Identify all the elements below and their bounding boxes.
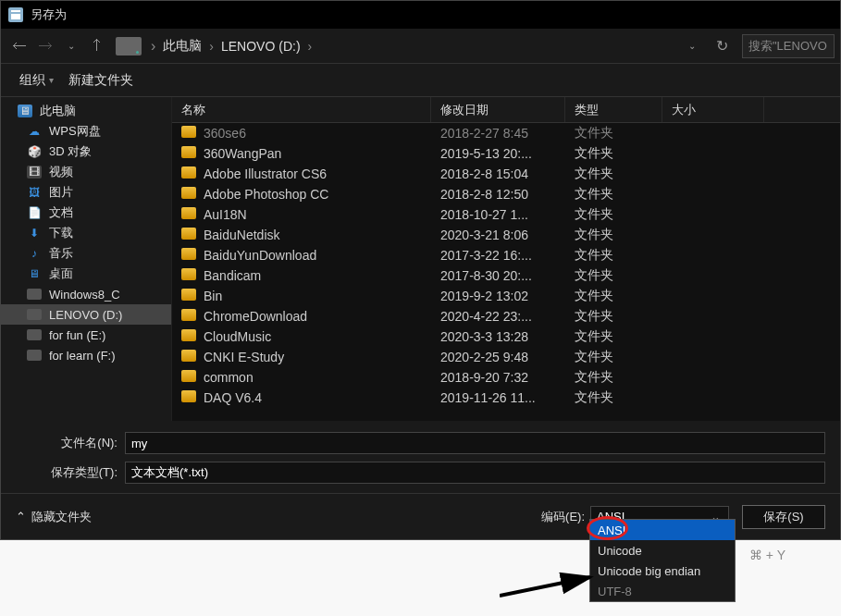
sidebar-item[interactable]: for learn (F:) bbox=[1, 345, 171, 365]
file-name: Adobe Photoshop CC bbox=[204, 187, 328, 202]
sidebar-item-label: 视频 bbox=[49, 164, 73, 180]
sidebar-item-label: for learn (F:) bbox=[49, 349, 116, 363]
sidebar-item-label: LENOVO (D:) bbox=[49, 308, 122, 322]
pic-icon: 🖼 bbox=[27, 186, 42, 199]
chevron-right-icon: › bbox=[304, 39, 316, 54]
file-type: 文件夹 bbox=[565, 389, 662, 406]
file-name: common bbox=[204, 370, 254, 385]
sidebar-item[interactable]: 🎞视频 bbox=[1, 162, 171, 182]
file-name: 360WangPan bbox=[204, 146, 281, 161]
encoding-option[interactable]: Unicode big endian bbox=[590, 561, 735, 581]
sidebar-item[interactable]: 🖥此电脑 bbox=[1, 101, 171, 121]
breadcrumb[interactable]: 此电脑›LENOVO (D:)› bbox=[159, 38, 315, 55]
col-date[interactable]: 修改日期 bbox=[431, 97, 565, 122]
back-button[interactable]: 🡐 bbox=[6, 33, 32, 59]
shortcut-hint: ⌘ + Y bbox=[749, 548, 785, 562]
table-row[interactable]: Adobe Photoshop CC2018-2-8 12:50文件夹 bbox=[172, 184, 840, 204]
table-row[interactable]: Bin2019-9-2 13:02文件夹 bbox=[172, 286, 840, 306]
file-date: 2019-9-2 13:02 bbox=[431, 289, 565, 303]
filetype-label: 保存类型(T): bbox=[16, 464, 117, 481]
drive-icon bbox=[27, 309, 42, 320]
file-type: 文件夹 bbox=[565, 125, 662, 142]
file-date: 2017-3-22 16:... bbox=[431, 248, 565, 263]
sidebar-item[interactable]: for fun (E:) bbox=[1, 325, 171, 345]
file-type: 文件夹 bbox=[565, 267, 662, 284]
folder-icon bbox=[181, 126, 196, 138]
up-button[interactable]: 🡑 bbox=[84, 33, 110, 59]
table-row[interactable]: ChromeDownload2020-4-22 23:...文件夹 bbox=[172, 306, 840, 326]
file-type: 文件夹 bbox=[565, 349, 662, 365]
doc-icon: 📄 bbox=[27, 206, 42, 219]
file-name: Bandicam bbox=[204, 268, 261, 283]
folder-icon bbox=[181, 309, 196, 321]
folder-icon bbox=[181, 268, 196, 280]
sidebar-item[interactable]: 📄文档 bbox=[1, 203, 171, 223]
new-folder-button[interactable]: 新建文件夹 bbox=[61, 68, 141, 92]
sidebar-item-label: 下载 bbox=[49, 225, 73, 241]
file-name: AuI18N bbox=[204, 207, 247, 222]
sidebar-item[interactable]: ☁WPS网盘 bbox=[1, 121, 171, 142]
drive-icon bbox=[27, 350, 42, 361]
folder-icon bbox=[181, 187, 196, 199]
nav-row: 🡐 🡒 ⌄ 🡑 › 此电脑›LENOVO (D:)› ⌄ ↻ 搜索"LENOVO bbox=[1, 29, 840, 64]
organize-button[interactable]: 组织▾ bbox=[12, 68, 61, 92]
file-name: BaiduYunDownload bbox=[204, 248, 316, 263]
sidebar-item[interactable]: ⬇下载 bbox=[1, 223, 171, 243]
table-row[interactable]: 360se62018-2-27 8:45文件夹 bbox=[172, 123, 840, 143]
filename-field[interactable]: my bbox=[125, 432, 825, 454]
sidebar-item[interactable]: LENOVO (D:) bbox=[1, 304, 171, 325]
drive-icon bbox=[27, 289, 42, 300]
search-input[interactable]: 搜索"LENOVO bbox=[742, 34, 835, 58]
sidebar[interactable]: 🖥此电脑☁WPS网盘🎲3D 对象🎞视频🖼图片📄文档⬇下载♪音乐🖥桌面Window… bbox=[1, 97, 172, 421]
col-size[interactable]: 大小 bbox=[662, 97, 764, 122]
save-button[interactable]: 保存(S) bbox=[742, 505, 825, 529]
sidebar-item-label: 3D 对象 bbox=[49, 143, 92, 160]
forward-button[interactable]: 🡒 bbox=[32, 33, 58, 59]
file-type: 文件夹 bbox=[565, 328, 662, 345]
file-name: 360se6 bbox=[204, 126, 246, 141]
table-row[interactable]: DAQ V6.42019-11-26 11...文件夹 bbox=[172, 388, 840, 408]
recent-caret-icon[interactable]: ⌄ bbox=[58, 33, 84, 59]
file-type: 文件夹 bbox=[565, 186, 662, 203]
column-headers[interactable]: 名称 修改日期 类型 大小 bbox=[172, 97, 840, 123]
table-row[interactable]: Bandicam2017-8-30 20:...文件夹 bbox=[172, 265, 840, 286]
file-type: 文件夹 bbox=[565, 369, 662, 386]
refresh-button[interactable]: ↻ bbox=[709, 33, 735, 59]
col-type[interactable]: 类型 bbox=[565, 97, 662, 122]
table-row[interactable]: CloudMusic2020-3-3 13:28文件夹 bbox=[172, 326, 840, 347]
hide-folders-toggle[interactable]: ⌃ 隐藏文件夹 bbox=[16, 509, 92, 525]
sidebar-item-label: for fun (E:) bbox=[49, 328, 105, 342]
sidebar-item[interactable]: ♪音乐 bbox=[1, 243, 171, 264]
file-name: DAQ V6.4 bbox=[204, 390, 262, 405]
table-row[interactable]: common2018-9-20 7:32文件夹 bbox=[172, 367, 840, 388]
3d-icon: 🎲 bbox=[27, 145, 42, 158]
encoding-option[interactable]: UTF-8 bbox=[590, 581, 735, 601]
folder-icon bbox=[181, 146, 196, 158]
folder-icon bbox=[181, 248, 196, 260]
encoding-option[interactable]: ANSI bbox=[590, 520, 735, 540]
table-row[interactable]: BaiduYunDownload2017-3-22 16:...文件夹 bbox=[172, 245, 840, 265]
sidebar-item[interactable]: 🎲3D 对象 bbox=[1, 142, 171, 162]
table-row[interactable]: Adobe Illustrator CS62018-2-8 15:04文件夹 bbox=[172, 164, 840, 184]
file-type: 文件夹 bbox=[565, 247, 662, 264]
window-title: 另存为 bbox=[31, 6, 67, 23]
table-row[interactable]: 360WangPan2019-5-13 20:...文件夹 bbox=[172, 143, 840, 164]
table-row[interactable]: CNKI E-Study2020-2-25 9:48文件夹 bbox=[172, 347, 840, 367]
table-row[interactable]: AuI18N2018-10-27 1...文件夹 bbox=[172, 204, 840, 225]
encoding-dropdown[interactable]: ANSIUnicodeUnicode big endianUTF-8 bbox=[589, 519, 736, 602]
breadcrumb-item[interactable]: 此电脑 bbox=[159, 38, 205, 55]
file-date: 2020-3-3 13:28 bbox=[431, 329, 565, 344]
table-row[interactable]: BaiduNetdisk2020-3-21 8:06文件夹 bbox=[172, 225, 840, 245]
folder-icon bbox=[181, 207, 196, 219]
history-caret-icon[interactable]: ⌄ bbox=[679, 33, 705, 59]
encoding-option[interactable]: Unicode bbox=[590, 540, 735, 561]
desk-icon: 🖥 bbox=[27, 267, 42, 280]
col-name[interactable]: 名称 bbox=[172, 97, 431, 122]
sidebar-item[interactable]: 🖥桌面 bbox=[1, 264, 171, 284]
file-rows[interactable]: 360se62018-2-27 8:45文件夹360WangPan2019-5-… bbox=[172, 123, 840, 421]
sidebar-item[interactable]: 🖼图片 bbox=[1, 182, 171, 203]
sidebar-item[interactable]: Windows8_C bbox=[1, 284, 171, 304]
chevron-right-icon: › bbox=[147, 38, 159, 55]
filetype-field[interactable]: 文本文档(*.txt) bbox=[125, 462, 825, 484]
breadcrumb-item[interactable]: LENOVO (D:) bbox=[217, 39, 304, 54]
